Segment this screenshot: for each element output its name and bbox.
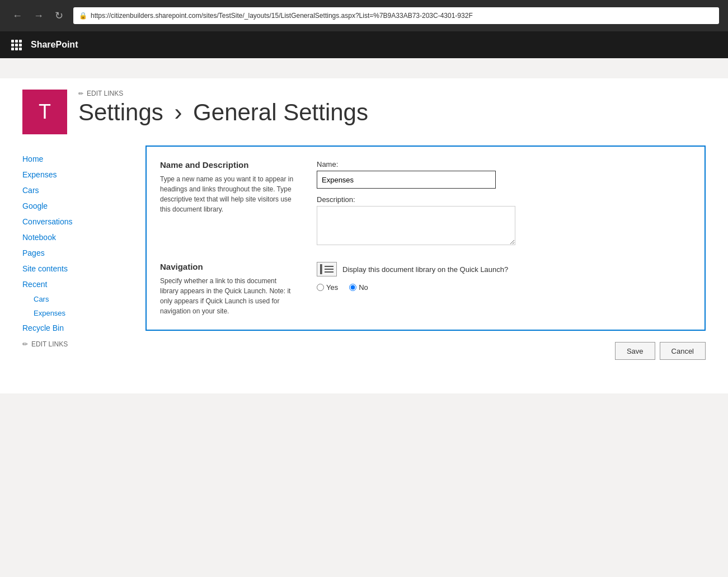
nav-item-expenses[interactable]: Expenses [22, 167, 134, 182]
url-text: https://citizenbuilders.sharepoint.com/s… [91, 12, 473, 20]
radio-yes-text: Yes [326, 283, 338, 292]
site-title-area: ✏ EDIT LINKS Settings › General Settings [78, 90, 368, 125]
pencil-icon-nav: ✏ [22, 340, 28, 348]
nav-icon-lines [325, 266, 334, 273]
nav-edit-links[interactable]: ✏ EDIT LINKS [22, 338, 134, 350]
nav-icon-line-2 [325, 269, 334, 270]
nav-sub-item-cars[interactable]: Cars [22, 292, 134, 306]
nav-item-recent[interactable]: Recent [22, 276, 134, 292]
navigation-section: Navigation Specify whether a link to thi… [160, 262, 691, 316]
radio-yes-label[interactable]: Yes [317, 283, 338, 292]
sharepoint-brand: SharePoint [31, 40, 78, 50]
refresh-button[interactable]: ↻ [51, 8, 67, 23]
name-input[interactable] [317, 171, 496, 189]
page-title-part1: Settings [78, 99, 163, 125]
content-area: Name and Description Type a new name as … [134, 146, 706, 371]
waffle-icon[interactable] [9, 37, 24, 53]
edit-links-top[interactable]: ✏ EDIT LINKS [78, 90, 368, 97]
name-description-title: Name and Description [160, 160, 294, 170]
browser-chrome: ← → ↻ 🔒 https://citizenbuilders.sharepoi… [0, 0, 728, 31]
name-label: Name: [317, 160, 691, 168]
nav-item-google[interactable]: Google [22, 198, 134, 214]
cancel-button[interactable]: Cancel [660, 342, 706, 360]
navigation-title: Navigation [160, 262, 294, 271]
form-buttons: Save Cancel [145, 342, 706, 360]
back-button[interactable]: ← [9, 9, 26, 23]
nav-icon-bar [320, 264, 322, 274]
nav-item-notebook[interactable]: Notebook [22, 229, 134, 245]
main-layout: Home Expenses Cars Google Conversations … [22, 146, 706, 371]
sharepoint-topbar: SharePoint [0, 31, 728, 58]
edit-links-top-label: EDIT LINKS [87, 90, 123, 97]
site-header: T ✏ EDIT LINKS Settings › General Settin… [22, 90, 706, 134]
nav-item-recycle-bin[interactable]: Recycle Bin [22, 320, 134, 336]
site-logo-letter: T [39, 100, 51, 124]
nav-item-pages[interactable]: Pages [22, 245, 134, 261]
lock-icon: 🔒 [79, 12, 87, 20]
nav-item-home[interactable]: Home [22, 151, 134, 167]
radio-yes[interactable] [317, 284, 324, 291]
description-textarea[interactable] [317, 206, 515, 245]
name-description-desc: Name and Description Type a new name as … [160, 160, 294, 245]
nav-display-row: Display this document library on the Qui… [317, 262, 691, 276]
page-title-part2: General Settings [193, 99, 368, 125]
radio-group: Yes No [317, 283, 691, 292]
save-button[interactable]: Save [615, 342, 655, 360]
ribbon-area [0, 58, 728, 78]
nav-item-site-contents[interactable]: Site contents [22, 261, 134, 276]
nav-icon-line-1 [325, 266, 334, 267]
nav-item-cars[interactable]: Cars [22, 182, 134, 198]
pencil-icon-top: ✏ [78, 90, 83, 97]
nav-sub-item-expenses[interactable]: Expenses [22, 306, 134, 320]
name-description-controls: Name: Description: [317, 160, 691, 245]
page-title-arrow: › [174, 99, 182, 125]
navigation-desc: Navigation Specify whether a link to thi… [160, 262, 294, 316]
radio-no[interactable] [349, 284, 356, 291]
radio-no-text: No [359, 283, 368, 292]
forward-button[interactable]: → [30, 9, 47, 23]
navigation-controls: Display this document library on the Qui… [317, 262, 691, 316]
nav-quick-launch-icon [317, 262, 337, 276]
nav-edit-links-label: EDIT LINKS [31, 340, 68, 348]
page-container: T ✏ EDIT LINKS Settings › General Settin… [0, 78, 728, 393]
name-description-section: Name and Description Type a new name as … [160, 160, 691, 245]
site-logo: T [22, 90, 67, 134]
page-title: Settings › General Settings [78, 100, 368, 125]
settings-panel: Name and Description Type a new name as … [145, 146, 706, 331]
nav-item-conversations[interactable]: Conversations [22, 214, 134, 229]
address-bar[interactable]: 🔒 https://citizenbuilders.sharepoint.com… [73, 7, 719, 24]
nav-icon-line-3 [325, 271, 334, 273]
navigation-text: Specify whether a link to this document … [160, 276, 294, 316]
radio-no-label[interactable]: No [349, 283, 368, 292]
browser-nav-buttons: ← → ↻ [9, 8, 67, 23]
name-description-text: Type a new name as you want it to appear… [160, 174, 294, 214]
left-nav: Home Expenses Cars Google Conversations … [22, 146, 134, 371]
description-label: Description: [317, 195, 691, 204]
nav-display-text: Display this document library on the Qui… [342, 265, 508, 274]
